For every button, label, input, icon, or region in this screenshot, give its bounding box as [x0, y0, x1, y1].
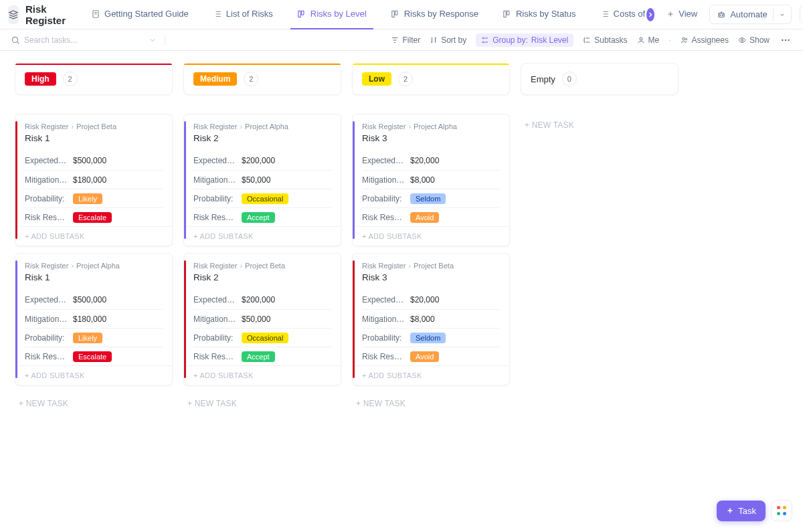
column-header[interactable]: Empty0	[521, 63, 679, 95]
response-pill: Escalate	[73, 212, 112, 223]
me-label: Me	[648, 35, 660, 45]
subtasks-icon	[583, 36, 591, 44]
field-label: Expected C...	[193, 295, 236, 304]
crumb-project: Project Beta	[414, 262, 454, 270]
chevron-down-icon[interactable]	[149, 36, 157, 44]
field-value: $8,000	[410, 175, 435, 185]
more-button[interactable]	[779, 33, 792, 47]
fab-apps[interactable]	[771, 500, 792, 521]
robot-icon	[717, 10, 726, 19]
tab-overflow-button[interactable]	[646, 8, 654, 21]
add-subtask-button[interactable]: + ADD SUBTASK	[353, 365, 509, 385]
task-card[interactable]: Risk Register›Project BetaRisk 1Expected…	[15, 114, 173, 246]
tab-costs-of[interactable]: Costs of	[594, 0, 647, 29]
field-response: Risk Respo...Escalate	[25, 347, 163, 365]
tab-getting-started[interactable]: Getting Started Guide	[84, 0, 195, 29]
field-probability: Probability:Likely	[25, 189, 163, 207]
crumb-parent: Risk Register	[362, 122, 406, 130]
show-button[interactable]: Show	[738, 35, 770, 45]
field-label: Mitigation ...	[193, 175, 236, 185]
column-count: 2	[244, 72, 258, 86]
field-label: Probability:	[193, 194, 236, 203]
field-mitigation: Mitigation ...$50,000	[193, 170, 331, 189]
task-card[interactable]: Risk Register›Project BetaRisk 3Expected…	[352, 253, 510, 385]
task-card[interactable]: Risk Register›Project BetaRisk 2Expected…	[183, 253, 341, 385]
response-pill: Accept	[242, 212, 275, 223]
svg-point-9	[722, 15, 723, 15]
filter-label: Filter	[402, 35, 420, 45]
probability-pill: Occasional	[242, 193, 288, 204]
automate-chevron[interactable]	[773, 9, 791, 21]
page-icon[interactable]	[8, 5, 19, 24]
field-label: Risk Respo...	[25, 213, 68, 222]
filter-button[interactable]: Filter	[391, 35, 420, 45]
add-subtask-button[interactable]: + ADD SUBTASK	[184, 365, 341, 385]
fab-wrap: Task	[717, 500, 792, 521]
field-value: $200,000	[242, 156, 275, 165]
task-card[interactable]: Risk Register›Project AlphaRisk 2Expecte…	[183, 114, 341, 246]
breadcrumb: Risk Register›Project Beta	[25, 122, 163, 130]
breadcrumb: Risk Register›Project Beta	[362, 262, 500, 270]
new-task-button[interactable]: + NEW TASK	[352, 392, 510, 415]
automate-label: Automate	[730, 9, 768, 19]
task-card[interactable]: Risk Register›Project AlphaRisk 1Expecte…	[15, 253, 173, 385]
me-button[interactable]: Me	[637, 35, 660, 45]
card-title: Risk 2	[193, 133, 331, 143]
fab-new-task[interactable]: Task	[717, 501, 766, 521]
crumb-project: Project Beta	[76, 122, 116, 130]
plus-icon	[726, 507, 734, 515]
tab-label: Getting Started Guide	[104, 9, 189, 19]
svg-point-21	[785, 39, 786, 40]
column-header[interactable]: Medium2	[183, 63, 341, 95]
add-view-button[interactable]: View	[657, 0, 704, 29]
field-expected: Expected C...$200,000	[193, 151, 331, 170]
field-value: $50,000	[242, 315, 270, 324]
search-input[interactable]	[24, 35, 118, 45]
field-response: Risk Respo...Avoid	[362, 347, 500, 365]
tab-risks-by-status[interactable]: Risks by Status	[496, 0, 583, 29]
new-task-button[interactable]: + NEW TASK	[521, 114, 679, 137]
column-header[interactable]: High2	[15, 63, 173, 95]
board: High2Risk Register›Project BetaRisk 1Exp…	[0, 51, 803, 427]
tab-risks-by-level[interactable]: Risks by Level	[290, 0, 373, 29]
dot-separator: ·	[668, 35, 671, 45]
group-by-button[interactable]: Group by: Risk Level	[476, 33, 573, 47]
board-icon	[391, 9, 400, 19]
crumb-parent: Risk Register	[25, 122, 68, 130]
add-subtask-button[interactable]: + ADD SUBTASK	[184, 226, 341, 246]
svg-point-8	[720, 15, 721, 15]
field-mitigation: Mitigation ...$180,000	[25, 309, 163, 328]
column-tag: Low	[362, 72, 391, 86]
subtasks-label: Subtasks	[594, 35, 627, 45]
subtasks-button[interactable]: Subtasks	[583, 35, 627, 45]
column-high: High2Risk Register›Project BetaRisk 1Exp…	[15, 63, 173, 415]
tab-list-of-risks[interactable]: List of Risks	[206, 0, 280, 29]
field-expected: Expected C...$200,000	[193, 290, 331, 309]
field-label: Risk Respo...	[362, 213, 405, 222]
new-task-button[interactable]: + NEW TASK	[183, 392, 341, 415]
assignees-button[interactable]: Assignees	[681, 35, 729, 45]
svg-rect-5	[504, 11, 507, 17]
card-title: Risk 1	[25, 133, 163, 143]
chevron-right-icon: ›	[408, 262, 411, 270]
share-button[interactable]: Share	[800, 5, 803, 24]
add-subtask-button[interactable]: + ADD SUBTASK	[15, 365, 172, 385]
probability-pill: Seldom	[410, 333, 446, 343]
automate-button[interactable]: Automate	[710, 5, 773, 23]
field-expected: Expected C...$20,000	[362, 290, 500, 309]
field-label: Risk Respo...	[193, 213, 236, 222]
tab-label: List of Risks	[226, 9, 273, 19]
field-label: Probability:	[25, 333, 68, 343]
field-value: $20,000	[410, 156, 439, 165]
tab-risks-by-response[interactable]: Risks by Response	[384, 0, 485, 29]
crumb-project: Project Alpha	[414, 122, 457, 130]
people-icon	[681, 36, 689, 44]
sort-button[interactable]: Sort by	[430, 35, 466, 45]
add-subtask-button[interactable]: + ADD SUBTASK	[15, 226, 172, 246]
add-subtask-button[interactable]: + ADD SUBTASK	[353, 226, 509, 246]
new-task-button[interactable]: + NEW TASK	[15, 392, 173, 415]
task-card[interactable]: Risk Register›Project AlphaRisk 3Expecte…	[352, 114, 510, 246]
column-header[interactable]: Low2	[352, 63, 510, 95]
field-value: $8,000	[410, 315, 435, 324]
field-value: $200,000	[242, 295, 275, 304]
